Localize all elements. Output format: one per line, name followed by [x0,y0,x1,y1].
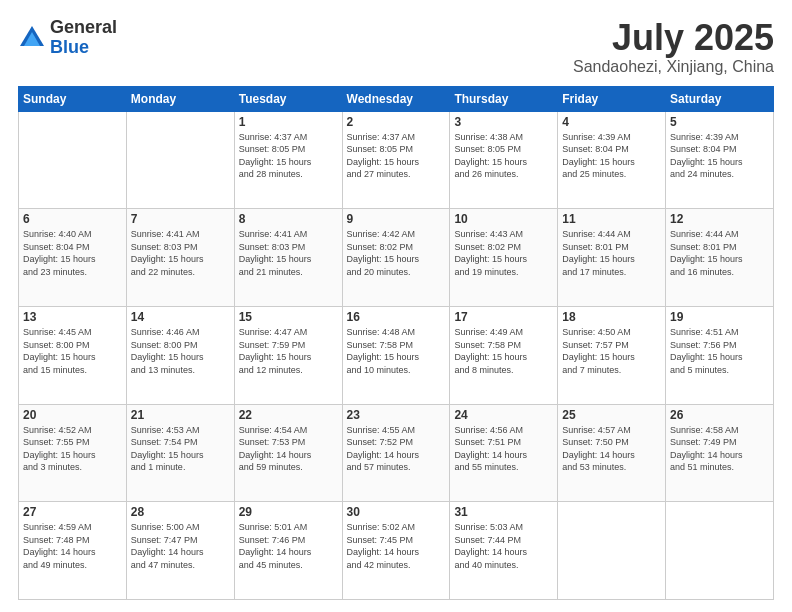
calendar-day-cell: 4Sunrise: 4:39 AM Sunset: 8:04 PM Daylig… [558,111,666,209]
day-number: 18 [562,310,661,324]
day-info: Sunrise: 4:50 AM Sunset: 7:57 PM Dayligh… [562,326,661,376]
day-number: 5 [670,115,769,129]
day-info: Sunrise: 4:53 AM Sunset: 7:54 PM Dayligh… [131,424,230,474]
day-info: Sunrise: 4:37 AM Sunset: 8:05 PM Dayligh… [347,131,446,181]
day-number: 13 [23,310,122,324]
main-title: July 2025 [573,18,774,58]
calendar-day-cell: 22Sunrise: 4:54 AM Sunset: 7:53 PM Dayli… [234,404,342,502]
calendar-week-row: 1Sunrise: 4:37 AM Sunset: 8:05 PM Daylig… [19,111,774,209]
day-number: 12 [670,212,769,226]
day-info: Sunrise: 4:40 AM Sunset: 8:04 PM Dayligh… [23,228,122,278]
day-info: Sunrise: 4:39 AM Sunset: 8:04 PM Dayligh… [562,131,661,181]
day-info: Sunrise: 4:41 AM Sunset: 8:03 PM Dayligh… [239,228,338,278]
day-number: 26 [670,408,769,422]
calendar-day-cell: 25Sunrise: 4:57 AM Sunset: 7:50 PM Dayli… [558,404,666,502]
day-number: 25 [562,408,661,422]
day-number: 8 [239,212,338,226]
day-number: 17 [454,310,553,324]
day-info: Sunrise: 4:58 AM Sunset: 7:49 PM Dayligh… [670,424,769,474]
calendar-day-cell: 2Sunrise: 4:37 AM Sunset: 8:05 PM Daylig… [342,111,450,209]
calendar-day-cell: 24Sunrise: 4:56 AM Sunset: 7:51 PM Dayli… [450,404,558,502]
calendar-day-cell: 7Sunrise: 4:41 AM Sunset: 8:03 PM Daylig… [126,209,234,307]
day-info: Sunrise: 4:38 AM Sunset: 8:05 PM Dayligh… [454,131,553,181]
day-number: 31 [454,505,553,519]
day-number: 28 [131,505,230,519]
calendar-day-cell: 8Sunrise: 4:41 AM Sunset: 8:03 PM Daylig… [234,209,342,307]
calendar-day-cell [666,502,774,600]
calendar-day-cell: 15Sunrise: 4:47 AM Sunset: 7:59 PM Dayli… [234,306,342,404]
calendar-day-cell: 18Sunrise: 4:50 AM Sunset: 7:57 PM Dayli… [558,306,666,404]
day-info: Sunrise: 5:03 AM Sunset: 7:44 PM Dayligh… [454,521,553,571]
calendar-day-cell: 11Sunrise: 4:44 AM Sunset: 8:01 PM Dayli… [558,209,666,307]
title-block: July 2025 Sandaohezi, Xinjiang, China [573,18,774,76]
calendar-day-cell [19,111,127,209]
day-number: 16 [347,310,446,324]
day-info: Sunrise: 4:37 AM Sunset: 8:05 PM Dayligh… [239,131,338,181]
calendar-day-cell: 23Sunrise: 4:55 AM Sunset: 7:52 PM Dayli… [342,404,450,502]
calendar-header-cell: Monday [126,86,234,111]
day-number: 19 [670,310,769,324]
day-info: Sunrise: 4:54 AM Sunset: 7:53 PM Dayligh… [239,424,338,474]
calendar-day-cell: 17Sunrise: 4:49 AM Sunset: 7:58 PM Dayli… [450,306,558,404]
calendar-day-cell: 3Sunrise: 4:38 AM Sunset: 8:05 PM Daylig… [450,111,558,209]
calendar-header-row: SundayMondayTuesdayWednesdayThursdayFrid… [19,86,774,111]
day-number: 24 [454,408,553,422]
calendar-header-cell: Saturday [666,86,774,111]
calendar-header-cell: Wednesday [342,86,450,111]
day-number: 23 [347,408,446,422]
day-number: 7 [131,212,230,226]
logo-icon [18,24,46,52]
day-number: 4 [562,115,661,129]
calendar-day-cell: 29Sunrise: 5:01 AM Sunset: 7:46 PM Dayli… [234,502,342,600]
calendar-day-cell: 27Sunrise: 4:59 AM Sunset: 7:48 PM Dayli… [19,502,127,600]
day-number: 14 [131,310,230,324]
day-number: 29 [239,505,338,519]
day-number: 10 [454,212,553,226]
day-info: Sunrise: 4:51 AM Sunset: 7:56 PM Dayligh… [670,326,769,376]
day-number: 30 [347,505,446,519]
day-info: Sunrise: 4:49 AM Sunset: 7:58 PM Dayligh… [454,326,553,376]
day-info: Sunrise: 4:57 AM Sunset: 7:50 PM Dayligh… [562,424,661,474]
subtitle: Sandaohezi, Xinjiang, China [573,58,774,76]
day-number: 9 [347,212,446,226]
calendar-day-cell: 28Sunrise: 5:00 AM Sunset: 7:47 PM Dayli… [126,502,234,600]
day-info: Sunrise: 4:43 AM Sunset: 8:02 PM Dayligh… [454,228,553,278]
calendar-day-cell: 13Sunrise: 4:45 AM Sunset: 8:00 PM Dayli… [19,306,127,404]
day-number: 11 [562,212,661,226]
calendar-day-cell: 9Sunrise: 4:42 AM Sunset: 8:02 PM Daylig… [342,209,450,307]
logo-blue-text: Blue [50,38,117,58]
day-number: 22 [239,408,338,422]
day-info: Sunrise: 4:39 AM Sunset: 8:04 PM Dayligh… [670,131,769,181]
header: General Blue July 2025 Sandaohezi, Xinji… [18,18,774,76]
day-info: Sunrise: 4:46 AM Sunset: 8:00 PM Dayligh… [131,326,230,376]
day-number: 15 [239,310,338,324]
calendar-day-cell: 1Sunrise: 4:37 AM Sunset: 8:05 PM Daylig… [234,111,342,209]
day-number: 6 [23,212,122,226]
day-info: Sunrise: 5:01 AM Sunset: 7:46 PM Dayligh… [239,521,338,571]
day-info: Sunrise: 4:52 AM Sunset: 7:55 PM Dayligh… [23,424,122,474]
logo-text: General Blue [50,18,117,58]
day-info: Sunrise: 4:55 AM Sunset: 7:52 PM Dayligh… [347,424,446,474]
calendar-day-cell: 12Sunrise: 4:44 AM Sunset: 8:01 PM Dayli… [666,209,774,307]
day-number: 3 [454,115,553,129]
calendar-day-cell: 6Sunrise: 4:40 AM Sunset: 8:04 PM Daylig… [19,209,127,307]
calendar-header-cell: Thursday [450,86,558,111]
calendar-day-cell: 5Sunrise: 4:39 AM Sunset: 8:04 PM Daylig… [666,111,774,209]
logo: General Blue [18,18,117,58]
day-number: 21 [131,408,230,422]
calendar-table: SundayMondayTuesdayWednesdayThursdayFrid… [18,86,774,600]
day-info: Sunrise: 5:00 AM Sunset: 7:47 PM Dayligh… [131,521,230,571]
day-info: Sunrise: 4:45 AM Sunset: 8:00 PM Dayligh… [23,326,122,376]
calendar-day-cell: 31Sunrise: 5:03 AM Sunset: 7:44 PM Dayli… [450,502,558,600]
calendar-day-cell: 21Sunrise: 4:53 AM Sunset: 7:54 PM Dayli… [126,404,234,502]
day-info: Sunrise: 4:56 AM Sunset: 7:51 PM Dayligh… [454,424,553,474]
calendar-week-row: 20Sunrise: 4:52 AM Sunset: 7:55 PM Dayli… [19,404,774,502]
day-info: Sunrise: 4:59 AM Sunset: 7:48 PM Dayligh… [23,521,122,571]
calendar-day-cell [126,111,234,209]
calendar-day-cell: 30Sunrise: 5:02 AM Sunset: 7:45 PM Dayli… [342,502,450,600]
calendar-day-cell: 14Sunrise: 4:46 AM Sunset: 8:00 PM Dayli… [126,306,234,404]
calendar-day-cell: 10Sunrise: 4:43 AM Sunset: 8:02 PM Dayli… [450,209,558,307]
day-info: Sunrise: 4:44 AM Sunset: 8:01 PM Dayligh… [670,228,769,278]
day-number: 27 [23,505,122,519]
calendar-week-row: 6Sunrise: 4:40 AM Sunset: 8:04 PM Daylig… [19,209,774,307]
